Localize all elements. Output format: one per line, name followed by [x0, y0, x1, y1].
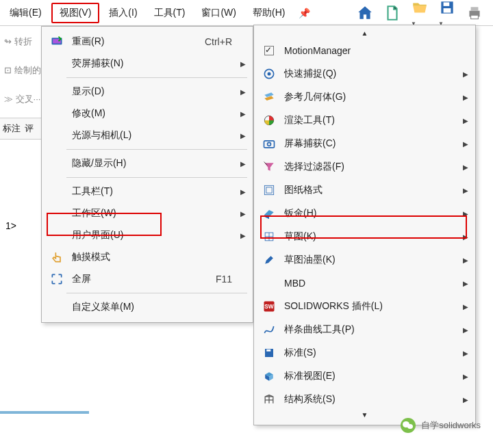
menu-help[interactable]: 帮助(H) — [246, 4, 292, 22]
submenu-arrow-icon: ▶ — [240, 232, 246, 239]
sub-mbd[interactable]: MBD ▶ — [254, 272, 475, 295]
sub-addins-label: SOLIDWORKS 插件(L) — [284, 300, 468, 313]
menu-fullscreen[interactable]: 全屏 F11 — [42, 268, 253, 290]
sub-sketch[interactable]: 草图(K) ▶ — [254, 225, 475, 248]
format-icon — [261, 182, 277, 198]
fullscreen-icon — [49, 271, 65, 287]
sub-addins[interactable]: SW SOLIDWORKS 插件(L) ▶ — [254, 295, 475, 318]
home-icon[interactable] — [356, 4, 374, 22]
sheetmetal-icon — [261, 205, 277, 222]
sub-stdviews[interactable]: 标准视图(E) ▶ — [254, 365, 475, 388]
menu-touch[interactable]: 触摸模式 — [42, 246, 253, 268]
checkbox-icon — [261, 42, 277, 59]
sub-standard-label: 标准(S) — [284, 347, 468, 359]
footer-attribution: 自学solidworks — [401, 418, 481, 433]
sub-refgeom[interactable]: 参考几何体(G) ▶ — [254, 85, 475, 109]
menu-workspace[interactable]: 工作区(W) ▶ — [42, 202, 253, 224]
menu-modify[interactable]: 修改(M) ▶ — [42, 103, 253, 124]
sub-standard[interactable]: 标准(S) ▶ — [254, 341, 475, 365]
svg-point-12 — [268, 142, 271, 146]
menu-insert[interactable]: 插入(I) — [102, 4, 144, 22]
menu-ui[interactable]: 用户界面(U) ▶ — [42, 224, 253, 246]
menu-redraw[interactable]: 重画(R) Ctrl+R — [42, 31, 253, 53]
sub-filter-label: 选择过滤器(F) — [284, 161, 468, 173]
left-item-drawn[interactable]: ⊡ 绘制的 — [0, 64, 42, 77]
separator — [66, 293, 247, 293]
sub-sketch-label: 草图(K) — [284, 230, 468, 243]
submenu-arrow-icon: ▶ — [240, 60, 246, 68]
left-panel: ↬ 转折 ⊡ 绘制的 ≫ 交叉··· — [0, 26, 42, 105]
sub-structure[interactable]: 结构系统(S) ▶ — [254, 388, 475, 411]
sub-screencap[interactable]: 屏幕捕获(C) ▶ — [254, 132, 475, 155]
submenu-arrow-icon: ▶ — [463, 373, 468, 380]
menu-screencap-label: 荧屏捕获(N) — [72, 57, 246, 70]
sw-icon: SW — [261, 298, 277, 315]
menu-edit[interactable]: 编辑(E) — [3, 4, 49, 22]
pen-icon — [261, 252, 277, 268]
sub-render[interactable]: 渲染工具(T) ▶ — [254, 109, 475, 132]
menu-display[interactable]: 显示(D) ▶ — [42, 81, 253, 103]
target-icon — [261, 66, 277, 82]
sub-drawingformat[interactable]: 图纸格式 ▶ — [254, 179, 475, 202]
toolbars-submenu: ▲ MotionManager 快速捕捉(Q) ▶ 参考几何体(G) ▶ 渲染工… — [253, 25, 476, 425]
sub-spline-label: 样条曲线工具(P) — [284, 324, 468, 336]
tab-annotate[interactable]: 标注 — [3, 122, 21, 135]
menu-tools[interactable]: 工具(T) — [147, 4, 192, 22]
structure-icon — [261, 391, 277, 408]
menu-customize[interactable]: 自定义菜单(M) — [42, 296, 253, 318]
menu-customize-label: 自定义菜单(M) — [72, 301, 246, 313]
submenu-arrow-icon: ▶ — [463, 140, 468, 148]
sub-mbd-label: MBD — [284, 278, 468, 289]
sub-stdviews-label: 标准视图(E) — [284, 370, 468, 382]
sub-sheetmetal-label: 钣金(H) — [284, 207, 468, 220]
sub-sketchink-label: 草图油墨(K) — [284, 254, 468, 266]
sub-sketchink[interactable]: 草图油墨(K) ▶ — [254, 248, 475, 272]
save-small-icon — [261, 345, 277, 361]
pin-icon[interactable]: 📌 — [299, 8, 310, 18]
sub-sheetmetal[interactable]: 钣金(H) ▶ — [254, 202, 475, 225]
menu-screencap[interactable]: 荧屏捕获(N) ▶ — [42, 53, 253, 75]
menu-lights[interactable]: 光源与相机(L) ▶ — [42, 124, 253, 146]
save-icon[interactable]: ▼ — [438, 0, 456, 27]
tree-item[interactable]: 1> — [3, 219, 19, 233]
separator — [66, 77, 247, 78]
menu-hide-show[interactable]: 隐藏/显示(H) ▶ — [42, 153, 253, 174]
sub-refgeom-label: 参考几何体(G) — [284, 91, 468, 103]
open-icon[interactable]: ▼ — [411, 0, 429, 27]
sub-structure-label: 结构系统(S) — [284, 393, 468, 406]
menu-fullscreen-label: 全屏 — [72, 273, 216, 285]
submenu-arrow-icon: ▶ — [463, 210, 468, 218]
menu-toolbars[interactable]: 工具栏(T) ▶ — [42, 181, 253, 202]
submenu-arrow-icon: ▶ — [240, 210, 246, 218]
refresh-icon — [49, 34, 65, 50]
blank-icon — [261, 275, 277, 291]
svg-point-9 — [268, 73, 271, 76]
left-item-cross[interactable]: ≫ 交叉··· — [0, 93, 42, 105]
new-doc-icon[interactable] — [383, 4, 401, 22]
render-icon — [261, 112, 277, 129]
menu-view[interactable]: 视图(V) — [51, 3, 100, 23]
sub-spline[interactable]: 样条曲线工具(P) ▶ — [254, 318, 475, 341]
menubar: 编辑(E) 视图(V) 插入(I) 工具(T) 窗口(W) 帮助(H) 📌 ▼ … — [0, 0, 493, 26]
left-item-break[interactable]: ↬ 转折 — [0, 36, 42, 48]
submenu-arrow-icon: ▶ — [240, 188, 246, 196]
wechat-icon — [401, 418, 416, 433]
menu-window[interactable]: 窗口(W) — [194, 4, 243, 22]
blank-icon — [49, 55, 65, 72]
submenu-arrow-icon: ▶ — [463, 326, 468, 334]
svg-rect-1 — [444, 2, 450, 5]
submenu-arrow-icon: ▶ — [463, 350, 468, 357]
submenu-arrow-icon: ▶ — [463, 94, 468, 101]
tab-evaluate[interactable]: 评 — [25, 122, 34, 135]
sub-format-label: 图纸格式 — [284, 184, 468, 196]
sub-selectfilter[interactable]: 选择过滤器(F) ▶ — [254, 155, 475, 179]
sub-quicksnap[interactable]: 快速捕捉(Q) ▶ — [254, 62, 475, 85]
scroll-up-icon[interactable]: ▲ — [254, 29, 475, 39]
submenu-arrow-icon: ▶ — [240, 160, 246, 168]
submenu-arrow-icon: ▶ — [463, 70, 468, 78]
sub-render-label: 渲染工具(T) — [284, 114, 468, 127]
print-icon[interactable] — [466, 4, 483, 22]
sub-motionmanager[interactable]: MotionManager — [254, 39, 475, 62]
spline-icon — [261, 321, 277, 338]
sub-motion-label: MotionManager — [284, 45, 468, 56]
